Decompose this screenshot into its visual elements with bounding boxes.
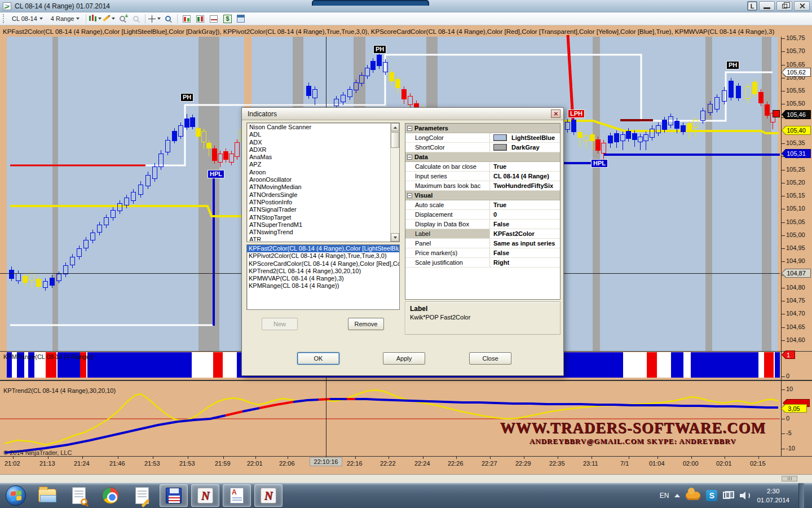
line-chart-button[interactable] (208, 14, 220, 24)
chart-trader-button[interactable] (180, 14, 193, 24)
account-button[interactable]: $ (221, 14, 233, 24)
taskbar-item-explorer[interactable] (33, 484, 61, 507)
available-indicator-item[interactable]: ATNswingTrend (248, 229, 390, 236)
property-row[interactable]: Calculate on bar closeTrue (405, 162, 560, 172)
available-indicator-item[interactable]: ATNPostionInfo (248, 199, 390, 206)
network-icon[interactable] (723, 491, 734, 500)
property-value[interactable]: TwoHundredFiftySix (490, 181, 560, 190)
scroll-up-icon[interactable] (391, 123, 399, 132)
property-row[interactable]: PanelSame as input series (405, 239, 560, 248)
remove-button[interactable]: Remove (348, 318, 384, 330)
property-row[interactable]: Auto scaleTrue (405, 200, 560, 210)
dialog-close-button[interactable] (551, 110, 561, 118)
property-row[interactable]: LabelKPFast2Color (405, 229, 560, 239)
close-dialog-button[interactable]: Close (469, 352, 511, 365)
tray-clock[interactable]: 2:30 01.07.2014 (757, 487, 789, 505)
properties-grid[interactable]: ParametersLongColorLightSteelBlueShortCo… (405, 123, 561, 300)
collapse-icon[interactable] (407, 126, 412, 131)
market-analyzer-button[interactable] (194, 14, 206, 24)
available-indicator-item[interactable]: ADXR (248, 146, 390, 154)
taskbar-item-ninjatrader-2[interactable]: N (254, 484, 283, 507)
configured-indicators-list[interactable]: KPFast2Color(CL 08-14 (4 Range),Color [L… (246, 244, 400, 310)
property-value[interactable]: Same as input series (490, 239, 560, 248)
collapse-icon[interactable] (407, 155, 412, 160)
taskbar-item-chrome[interactable] (96, 484, 125, 507)
available-indicator-item[interactable]: Nison Candle Scanner (248, 124, 390, 131)
available-indicator-item[interactable]: Aroon (248, 169, 390, 176)
property-value[interactable]: False (490, 220, 560, 229)
available-indicator-item[interactable]: ATR (248, 236, 390, 241)
scroll-down-icon[interactable] (391, 233, 399, 242)
taskbar-item-search[interactable] (65, 484, 93, 507)
available-indicator-item[interactable]: ATNSuperTrendM1 (248, 221, 390, 229)
property-value[interactable]: True (490, 200, 560, 209)
available-indicator-item[interactable]: ATNStopTarget (248, 214, 390, 221)
link-window-button[interactable]: L (747, 1, 757, 11)
restore-button[interactable] (776, 1, 792, 11)
available-indicator-item[interactable]: ATNMovingMedian (248, 183, 390, 191)
property-row[interactable]: ShortColorDarkGray (405, 143, 560, 152)
cursor-mode-button[interactable] (148, 14, 161, 24)
property-value[interactable]: LightSteelBlue (490, 133, 560, 142)
property-value[interactable]: KPFast2Color (490, 229, 560, 238)
period-selector[interactable]: 4 Range (47, 14, 84, 24)
taskbar-item-notepad[interactable] (128, 484, 156, 507)
available-indicator-item[interactable]: ADL (248, 131, 390, 138)
property-row[interactable]: Displacement0 (405, 210, 560, 220)
available-indicator-item[interactable]: AroonOscillator (248, 176, 390, 183)
new-button[interactable]: New (262, 318, 298, 330)
zoom-in-button[interactable]: + (116, 14, 129, 24)
configured-indicator-item[interactable]: KPMRange(CL 08-14 (4 Range)) (247, 282, 399, 290)
taskbar-item-ninjatrader[interactable]: N (191, 484, 219, 507)
available-indicator-item[interactable]: ATNOrdersSingle (248, 191, 390, 199)
property-row[interactable]: Display in Data BoxFalse (405, 220, 560, 229)
available-indicators-list[interactable]: Nison Candle ScannerADLADXADXRAnaMasAPZA… (246, 122, 400, 242)
apply-button[interactable]: Apply (383, 352, 425, 365)
property-value[interactable]: False (490, 248, 560, 257)
property-value[interactable]: 0 (490, 210, 560, 219)
start-button[interactable] (2, 484, 30, 507)
property-value[interactable]: DarkGray (490, 143, 560, 152)
property-row[interactable]: LongColorLightSteelBlue (405, 133, 560, 143)
available-indicator-item[interactable]: AnaMas (248, 154, 390, 161)
minimize-button[interactable] (759, 1, 775, 11)
taskbar-item-editor[interactable] (223, 484, 251, 507)
property-row[interactable]: Maximum bars look bacTwoHundredFiftySix (405, 181, 560, 191)
property-value[interactable]: CL 08-14 (4 Range) (490, 172, 560, 181)
configured-indicator-item[interactable]: KPMWVAP(CL 08-14 (4 Range),3) (247, 275, 399, 282)
toolbar-grip[interactable] (3, 14, 5, 23)
chart-style-button[interactable] (89, 14, 102, 24)
available-indicator-item[interactable]: ATNSignalTrader (248, 206, 390, 213)
configured-indicator-item[interactable]: KPTrend2(CL 08-14 (4 Range),30,20,10) (247, 268, 399, 275)
dialog-titlebar[interactable]: Indicators (242, 108, 563, 120)
scroll-grip-icon[interactable] (782, 476, 797, 481)
hidden-icons-arrow-icon[interactable] (674, 494, 680, 497)
horizontal-scroll-strip[interactable] (0, 474, 812, 483)
configured-indicator-item[interactable]: KPScoreCardColor(CL 08-14 (4 Range),Colo… (247, 260, 399, 268)
configured-indicator-item[interactable]: KPFast2Color(CL 08-14 (4 Range),Color [L… (247, 245, 399, 252)
property-value[interactable]: True (490, 162, 560, 171)
skype-icon[interactable]: S (706, 490, 717, 501)
cloud-tray-icon[interactable] (686, 492, 700, 500)
data-grid-button[interactable] (235, 14, 247, 24)
close-button[interactable] (794, 1, 810, 11)
property-section-visual[interactable]: Visual (405, 191, 560, 200)
property-section-parameters[interactable]: Parameters (405, 124, 560, 133)
property-row[interactable]: Scale justificationRight (405, 258, 560, 268)
collapse-icon[interactable] (407, 193, 412, 198)
drawing-tools-button[interactable] (103, 14, 115, 24)
panel-separator[interactable] (0, 380, 812, 381)
ok-button[interactable]: OK (297, 352, 339, 365)
configured-indicator-item[interactable]: KPPivot2Color(CL 08-14 (4 Range),True,Tr… (247, 252, 399, 260)
available-indicator-item[interactable]: APZ (248, 161, 390, 168)
background-window-tab[interactable] (312, 0, 429, 6)
property-value[interactable]: Right (490, 258, 560, 267)
zoom-out-button[interactable] (130, 14, 142, 24)
property-row[interactable]: Input seriesCL 08-14 (4 Range) (405, 172, 560, 181)
scrollbar-thumb[interactable] (391, 132, 399, 148)
instrument-selector[interactable]: CL 08-14 (8, 14, 47, 24)
property-section-data[interactable]: Data (405, 152, 560, 162)
show-desktop-button[interactable] (798, 483, 804, 508)
list-scrollbar[interactable] (390, 123, 399, 242)
property-row[interactable]: Price marker(s)False (405, 248, 560, 258)
